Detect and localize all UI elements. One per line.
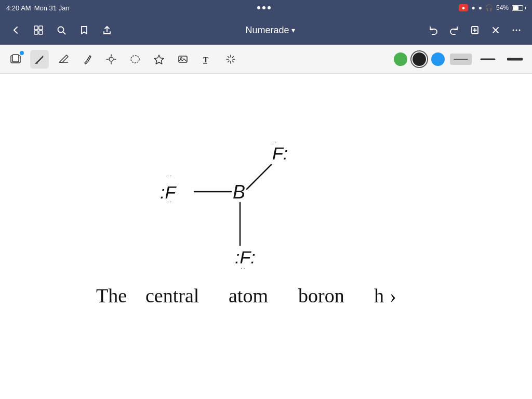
status-bar: 4:20 AM Mon 31 Jan ● ● ● 🎧 54% — [0, 0, 532, 16]
center-dot1 — [257, 6, 260, 9]
signal-icon: ● — [478, 4, 482, 11]
search-button[interactable] — [52, 21, 71, 39]
svg-text::F:: :F: — [235, 247, 256, 267]
medium-stroke-button[interactable] — [477, 54, 499, 65]
blue-color-button[interactable] — [431, 52, 445, 66]
back-button[interactable] — [6, 21, 25, 39]
svg-text:· ·: · · — [167, 173, 171, 179]
center-dot2 — [262, 6, 265, 9]
svg-text:›: › — [390, 285, 396, 307]
close-button[interactable] — [486, 21, 505, 39]
record-button: ● — [459, 4, 469, 11]
svg-point-18 — [109, 57, 113, 61]
svg-line-35 — [232, 56, 234, 58]
svg-text:· ·: · · — [241, 265, 245, 271]
svg-line-5 — [63, 32, 65, 34]
black-color-button[interactable] — [413, 52, 426, 66]
svg-text:· ·: · · — [167, 199, 171, 205]
svg-text:atom: atom — [229, 285, 268, 307]
eraser-tool-button[interactable] — [54, 50, 73, 69]
svg-rect-28 — [203, 63, 207, 64]
svg-text:B: B — [233, 181, 245, 203]
svg-line-34 — [232, 61, 234, 62]
layer-tool-button[interactable] — [6, 50, 25, 69]
center-dot3 — [268, 6, 271, 9]
svg-text:central: central — [145, 285, 199, 307]
svg-text:h: h — [374, 285, 384, 307]
canvas-area[interactable]: B :F · · · · F: · · :F: · · The central … — [0, 74, 532, 399]
top-nav: Numerade ▾ — [0, 16, 532, 45]
thick-stroke-button[interactable] — [504, 54, 526, 65]
battery-percent: 54% — [496, 4, 509, 11]
svg-point-13 — [519, 30, 521, 31]
svg-line-33 — [228, 56, 230, 58]
lasso-tool-button[interactable] — [126, 50, 144, 69]
dropdown-arrow[interactable]: ▾ — [291, 26, 295, 34]
app-name: Numerade — [245, 25, 289, 36]
svg-rect-15 — [12, 55, 19, 62]
bluetooth-indicator — [20, 51, 24, 55]
drawing-canvas[interactable]: B :F · · · · F: · · :F: · · The central … — [0, 74, 532, 399]
share-button[interactable] — [98, 21, 116, 39]
svg-point-23 — [131, 56, 139, 63]
svg-rect-3 — [39, 31, 43, 34]
svg-text:T: T — [203, 56, 208, 64]
redo-button[interactable] — [445, 21, 463, 39]
svg-text:boron: boron — [298, 285, 344, 307]
grid-button[interactable] — [29, 21, 48, 39]
svg-rect-0 — [34, 26, 38, 30]
undo-button[interactable] — [424, 21, 443, 39]
more-options-button[interactable] — [507, 21, 526, 39]
add-page-button[interactable] — [466, 21, 484, 39]
headphone-icon: 🎧 — [485, 4, 493, 11]
highlighter-tool-button[interactable] — [78, 50, 97, 69]
nav-title: Numerade ▾ — [121, 25, 420, 36]
svg-rect-2 — [34, 31, 38, 34]
image-tool-button[interactable] — [174, 50, 192, 69]
svg-point-4 — [58, 27, 64, 33]
toolbar: T — [0, 45, 532, 74]
battery-indicator — [512, 5, 526, 11]
status-right: ● ● ● 🎧 54% — [459, 4, 526, 11]
svg-line-36 — [228, 61, 230, 62]
wifi-icon: ● — [471, 4, 475, 11]
star-tool-button[interactable] — [150, 50, 168, 69]
svg-rect-1 — [39, 26, 43, 30]
bookmark-button[interactable] — [75, 21, 94, 39]
text-tool-button[interactable]: T — [197, 50, 216, 69]
svg-text:F:: F: — [272, 143, 288, 163]
thin-stroke-button[interactable] — [450, 54, 472, 65]
time: 4:20 AM — [6, 4, 31, 12]
svg-point-12 — [516, 30, 517, 31]
status-left: 4:20 AM Mon 31 Jan — [6, 4, 70, 12]
shape-tool-button[interactable] — [102, 50, 121, 69]
date: Mon 31 Jan — [34, 4, 70, 12]
svg-text:The: The — [96, 285, 127, 307]
magic-tool-button[interactable] — [221, 50, 240, 69]
svg-point-11 — [513, 30, 514, 31]
svg-point-26 — [181, 57, 182, 59]
svg-text:· ·: · · — [272, 139, 276, 145]
svg-marker-24 — [154, 55, 164, 64]
status-center — [257, 6, 271, 9]
pen-tool-button[interactable] — [30, 50, 49, 69]
svg-rect-25 — [179, 56, 187, 62]
nav-right — [424, 21, 526, 39]
green-color-button[interactable] — [394, 52, 407, 66]
svg-line-47 — [247, 165, 271, 189]
